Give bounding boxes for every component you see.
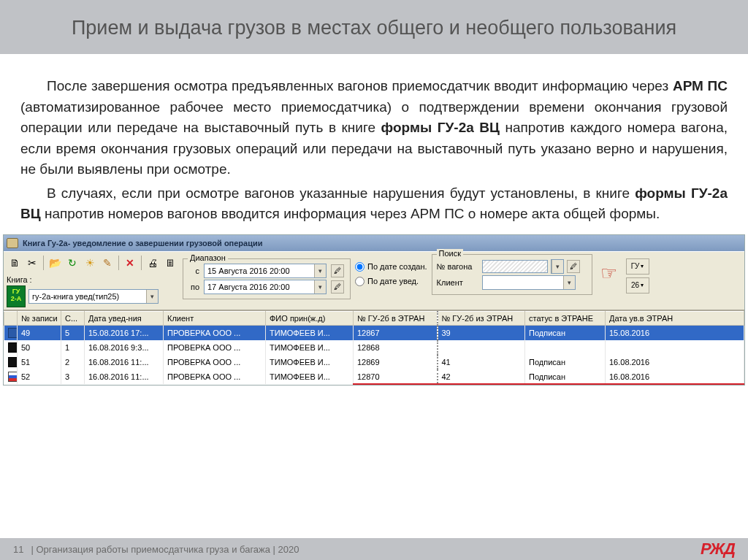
chevron-down-icon[interactable] — [146, 290, 158, 303]
cell-date: 16.08.2016 9:3... — [85, 340, 164, 355]
book-combo[interactable] — [28, 289, 159, 304]
chevron-down-icon[interactable] — [314, 280, 326, 294]
th-rec[interactable]: № записи — [18, 311, 61, 325]
delete-icon[interactable]: ✕ — [122, 255, 138, 271]
book-selector: Книга : ГУ 2-А — [7, 275, 178, 307]
table-header-row: № записи С... Дата увед-ния Клиент ФИО п… — [4, 311, 744, 325]
range-from-picker[interactable]: 🖉 — [331, 264, 344, 277]
cell-status: Подписан — [525, 325, 606, 340]
range-to-input[interactable] — [205, 280, 314, 294]
cell-date-etran: 15.08.2016 — [606, 325, 744, 340]
th-status[interactable]: статус в ЭТРАНЕ — [525, 311, 606, 325]
cell-fio: ТИМОФЕЕВ И... — [266, 369, 354, 384]
gu26-top-button[interactable]: ГУ▾ — [626, 258, 649, 275]
cell-gu-out: 42 — [438, 369, 525, 384]
sun-icon[interactable]: ☀ — [82, 255, 98, 271]
th-date-etran[interactable]: Дата ув.в ЭТРАН — [606, 311, 744, 325]
range-from-input[interactable] — [205, 264, 314, 277]
cell-status — [525, 340, 606, 355]
paragraph-1: После завершения осмотра предъявленных в… — [20, 76, 728, 180]
cell-fio: ТИМОФЕЕВ И... — [266, 325, 354, 340]
radio-by-create-input[interactable] — [355, 262, 365, 272]
chevron-down-icon[interactable] — [563, 276, 575, 289]
table-row[interactable]: 51216.08.2016 11:...ПРОВЕРКА ООО ...ТИМО… — [4, 355, 744, 369]
row-status-icon — [8, 342, 18, 353]
search-wagon-input[interactable] — [482, 260, 548, 273]
row-status-icon — [8, 372, 18, 382]
th-date[interactable]: Дата увед-ния — [85, 311, 164, 325]
toolbar-left: 🗎 ✂ 📂 ↻ ☀ ✎ ✕ 🖨 🗏 Книга : ГУ 2-А — [7, 254, 178, 307]
cell-fio: ТИМОФЕЕВ И... — [266, 355, 354, 369]
body-text: После завершения осмотра предъявленных в… — [0, 54, 748, 231]
table-row[interactable]: 49515.08.2016 17:...ПРОВЕРКА ООО ...ТИМО… — [4, 325, 744, 340]
th-client[interactable]: Клиент — [164, 311, 266, 325]
chevron-down-icon[interactable] — [552, 260, 563, 273]
p1-b2: формы ГУ-2а ВЦ — [381, 120, 500, 135]
radio-by-notify-input[interactable] — [355, 277, 365, 286]
range-to-picker[interactable]: 🖉 — [331, 280, 344, 294]
doc-icon[interactable]: 🗏 — [162, 255, 178, 271]
paragraph-2: В случаях, если при осмотре вагонов указ… — [20, 183, 728, 225]
cell-fio: ТИМОФЕЕВ И... — [266, 340, 354, 355]
cell-gu-in: 12867 — [354, 325, 438, 340]
p1-b1: АРМ ПС — [673, 78, 728, 93]
p2-pre: В случаях, если при осмотре вагонов указ… — [47, 185, 635, 201]
range-from-combo[interactable] — [204, 264, 327, 278]
table-row[interactable]: 50116.08.2016 9:3...ПРОВЕРКА ООО ...ТИМО… — [4, 340, 744, 355]
cell-s: 5 — [61, 325, 85, 340]
print-icon[interactable]: 🖨 — [145, 255, 161, 271]
pencil-icon[interactable]: ✎ — [99, 255, 115, 271]
page-number: 11 — [13, 544, 23, 555]
records-table[interactable]: № записи С... Дата увед-ния Клиент ФИО п… — [4, 310, 744, 385]
toolbar: 🗎 ✂ 📂 ↻ ☀ ✎ ✕ 🖨 🗏 Книга : ГУ 2-А — [4, 251, 744, 310]
search-legend: Поиск — [437, 249, 463, 258]
slide-footer: 11 | Организация работы приемосдатчика г… — [0, 538, 748, 560]
footer-text: | Организация работы приемосдатчика груз… — [31, 544, 299, 555]
search-wagon-btn[interactable]: 🖉 — [567, 260, 580, 273]
separator — [43, 256, 44, 270]
cell-s: 2 — [61, 355, 85, 369]
cell-client: ПРОВЕРКА ООО ... — [164, 355, 266, 369]
th-icon[interactable] — [4, 311, 18, 325]
cell-gu-in: 12868 — [354, 340, 438, 355]
gu26-bottom-text: 26 — [631, 281, 639, 289]
cell-date: 15.08.2016 17:... — [85, 325, 164, 340]
cell-client: ПРОВЕРКА ООО ... — [164, 369, 266, 384]
table-row[interactable]: 52316.08.2016 11:...ПРОВЕРКА ООО ...ТИМО… — [4, 369, 744, 384]
cell-icon — [4, 355, 18, 369]
th-gu-in[interactable]: № ГУ-2б в ЭТРАН — [354, 311, 438, 325]
chevron-down-icon[interactable] — [314, 264, 326, 277]
row-status-icon — [8, 357, 18, 367]
th-gu-out[interactable]: № ГУ-2б из ЭТРАН — [438, 311, 525, 325]
chevron-down-icon: ▾ — [641, 263, 644, 269]
chevron-down-icon: ▾ — [641, 282, 644, 288]
refresh-icon[interactable]: ↻ — [64, 255, 80, 271]
search-client-label: Клиент — [437, 278, 479, 287]
th-s[interactable]: С... — [61, 311, 85, 325]
cell-gu-out: 39 — [438, 325, 525, 340]
slide-header: Прием и выдача грузов в местах общего и … — [0, 0, 748, 54]
folder-icon[interactable]: 📂 — [47, 255, 63, 271]
range-legend: Диапазон — [188, 253, 228, 262]
search-client-input[interactable] — [483, 276, 563, 289]
p1-pre: После завершения осмотра предъявленных в… — [47, 78, 673, 93]
date-mode-radios: По дате создан. По дате увед. — [355, 261, 427, 286]
radio-by-notify[interactable]: По дате увед. — [355, 276, 427, 286]
th-fio[interactable]: ФИО прин(ж.д) — [266, 311, 354, 325]
cell-s: 3 — [61, 369, 85, 384]
book-icon — [7, 238, 18, 248]
book-label: Книга : — [7, 275, 178, 284]
app-window: Книга Гу-2а- уведомление о завершении гр… — [3, 234, 745, 386]
scissors-icon[interactable]: ✂ — [24, 255, 40, 271]
cell-rec: 50 — [18, 340, 61, 355]
search-wagon-dd[interactable] — [551, 259, 564, 274]
hand-pointer-icon[interactable]: ☞ — [597, 261, 622, 286]
new-doc-icon[interactable]: 🗎 — [7, 255, 23, 271]
range-to-combo[interactable] — [204, 280, 327, 294]
book-combo-input[interactable] — [29, 290, 146, 303]
search-client-combo[interactable] — [482, 275, 576, 290]
cell-status: Подписан — [525, 355, 606, 369]
gu26-bottom-button[interactable]: 26▾ — [626, 277, 649, 294]
cell-rec: 52 — [18, 369, 61, 384]
radio-by-create[interactable]: По дате создан. — [355, 261, 427, 272]
